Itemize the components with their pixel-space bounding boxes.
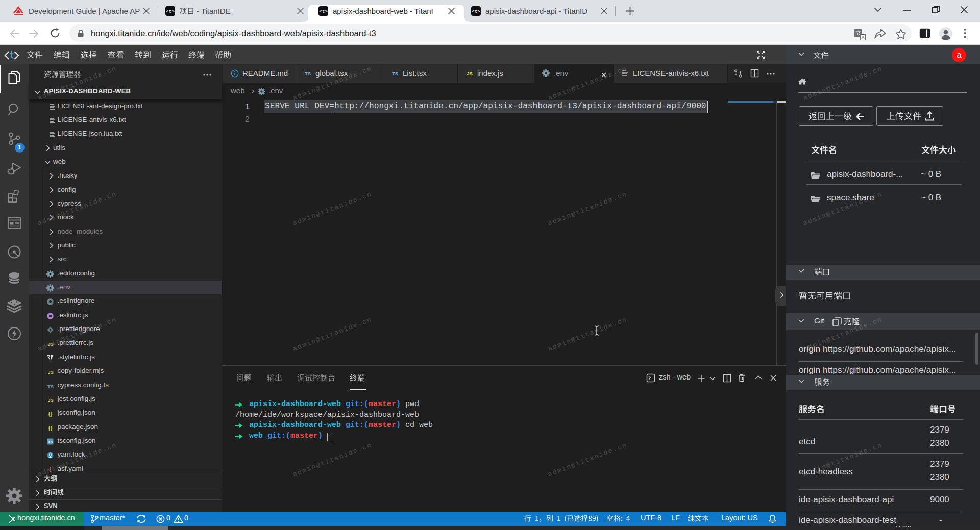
- svg-text:JS: JS: [467, 71, 473, 77]
- svg-text:<t>: <t>: [166, 9, 175, 14]
- svg-text:{}: {}: [48, 424, 52, 431]
- svg-text:<t>: <t>: [472, 9, 480, 14]
- svg-text:JS: JS: [47, 369, 54, 375]
- svg-text:JS: JS: [47, 341, 54, 347]
- svg-text:TS: TS: [392, 71, 398, 77]
- svg-text:JS: JS: [47, 397, 54, 402]
- svg-text:{}: {}: [48, 411, 52, 417]
- svg-text:TS: TS: [305, 71, 311, 77]
- svg-text:<t>: <t>: [319, 9, 328, 14]
- svg-text:TS: TS: [47, 440, 53, 444]
- svg-text:TS: TS: [47, 383, 53, 389]
